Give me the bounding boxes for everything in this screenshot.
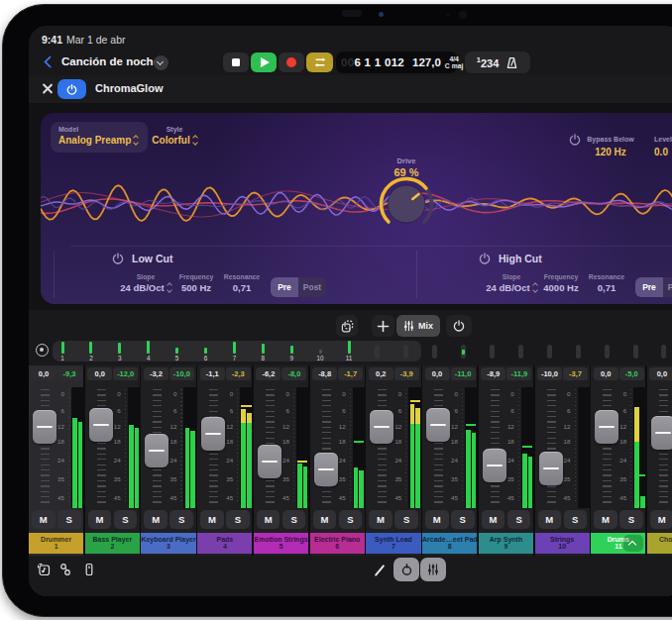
track-name-label[interactable]: Chorus V bbox=[647, 533, 672, 554]
count-in-button[interactable]: 1234 bbox=[465, 52, 530, 73]
volume-fader[interactable] bbox=[314, 453, 338, 486]
close-icon[interactable] bbox=[41, 82, 54, 95]
lowcut-post-button[interactable]: Post bbox=[298, 277, 326, 297]
overview-track-number[interactable]: 7 bbox=[228, 355, 240, 362]
bypass-value[interactable]: 120 Hz bbox=[583, 147, 638, 157]
monitor-icon[interactable] bbox=[36, 344, 49, 357]
solo-button[interactable]: S bbox=[394, 510, 418, 529]
pan-value[interactable]: 0,0 bbox=[594, 367, 618, 380]
level-value[interactable]: -8,0 bbox=[281, 367, 306, 380]
pan-value[interactable]: -3,2 bbox=[144, 367, 168, 380]
mute-button[interactable]: M bbox=[369, 510, 392, 529]
volume-fader[interactable] bbox=[370, 410, 393, 444]
solo-button[interactable]: S bbox=[282, 510, 306, 529]
paste-settings-button[interactable] bbox=[336, 315, 358, 337]
volume-fader[interactable] bbox=[483, 449, 506, 482]
controls-view-button[interactable] bbox=[393, 558, 419, 581]
overview-track-number[interactable]: 10 bbox=[314, 355, 326, 362]
loop-browser-icon[interactable] bbox=[37, 563, 51, 576]
level-value[interactable]: -2,3 bbox=[226, 367, 251, 380]
plugin-strip-icon[interactable] bbox=[82, 563, 96, 576]
overview-slot[interactable] bbox=[605, 345, 610, 359]
pan-value[interactable]: -1,1 bbox=[200, 367, 225, 380]
overview-slot[interactable] bbox=[432, 345, 437, 359]
track-name-label[interactable]: Keyboard Player3 bbox=[141, 533, 195, 554]
overview-slot[interactable] bbox=[375, 345, 380, 359]
mute-button[interactable]: M bbox=[482, 510, 505, 529]
mute-button[interactable]: M bbox=[538, 510, 562, 529]
overview-track-number[interactable]: 8 bbox=[257, 355, 269, 362]
track-name-label[interactable]: Arp Synth9 bbox=[479, 533, 533, 554]
overview-track-number[interactable]: 4 bbox=[143, 355, 155, 362]
lowcut-power-icon[interactable] bbox=[112, 253, 124, 264]
highcut-post-button[interactable]: Post bbox=[663, 277, 672, 297]
bypass-power-icon[interactable] bbox=[569, 134, 581, 146]
overview-slot[interactable] bbox=[633, 345, 638, 359]
highcut-power-icon[interactable] bbox=[479, 253, 491, 264]
track-name-label[interactable]: Emotion Strings5 bbox=[254, 533, 308, 554]
pan-value[interactable]: -10,0 bbox=[537, 367, 562, 380]
overview-slot[interactable] bbox=[403, 345, 408, 359]
mute-button[interactable]: M bbox=[144, 510, 168, 529]
volume-fader[interactable] bbox=[201, 417, 225, 451]
solo-button[interactable]: S bbox=[451, 510, 475, 529]
overview-slot[interactable] bbox=[661, 345, 666, 359]
volume-fader[interactable] bbox=[89, 408, 113, 442]
mute-button[interactable]: M bbox=[200, 510, 224, 529]
cycle-button[interactable] bbox=[306, 52, 333, 72]
mute-button[interactable]: M bbox=[594, 510, 617, 529]
highcut-res-value[interactable]: 0,71 bbox=[575, 282, 638, 293]
volume-fader[interactable] bbox=[145, 434, 168, 467]
level-value[interactable]: -3,9 bbox=[394, 367, 419, 380]
track-name-label[interactable]: Synth Lead7 bbox=[366, 533, 420, 554]
overview-track-number[interactable]: 1 bbox=[56, 355, 68, 362]
solo-button[interactable]: S bbox=[564, 510, 588, 529]
level-value[interactable]: -12,0 bbox=[113, 367, 138, 380]
solo-button[interactable]: S bbox=[507, 510, 531, 529]
stop-button[interactable] bbox=[223, 52, 249, 72]
pan-value[interactable]: -8,8 bbox=[312, 367, 337, 380]
title-dropdown-button[interactable] bbox=[154, 55, 168, 70]
lowcut-res-value[interactable]: 0,71 bbox=[210, 282, 274, 293]
pan-value[interactable]: 0,0 bbox=[425, 367, 450, 380]
drive-knob[interactable] bbox=[377, 174, 436, 234]
overview-track-number[interactable]: 9 bbox=[285, 355, 297, 362]
level-value[interactable]: -11,0 bbox=[451, 367, 476, 380]
overview-track-number[interactable]: 11 bbox=[343, 355, 355, 362]
solo-button[interactable]: S bbox=[339, 510, 363, 529]
track-name-label[interactable]: Arcade…eet Pad8 bbox=[422, 533, 477, 554]
pan-value[interactable]: 0,0 bbox=[32, 367, 56, 380]
level-value[interactable]: -10,0 bbox=[169, 367, 194, 380]
mute-button[interactable]: M bbox=[313, 510, 337, 529]
mute-button[interactable]: M bbox=[257, 510, 280, 529]
level-value[interactable]: -1,7 bbox=[338, 367, 363, 380]
volume-fader[interactable] bbox=[651, 416, 672, 450]
overview-slot[interactable] bbox=[576, 345, 581, 359]
pan-value[interactable]: 0,0 bbox=[649, 367, 672, 380]
lcd-display[interactable]: 00 6 1 1 012 127,0 4/4 C maj In Out MIDI bbox=[336, 52, 457, 73]
add-track-button[interactable] bbox=[372, 315, 394, 337]
record-button[interactable] bbox=[279, 52, 304, 72]
pan-value[interactable]: -6,2 bbox=[256, 367, 280, 380]
overview-track-number[interactable]: 6 bbox=[200, 355, 212, 362]
mute-button[interactable]: M bbox=[650, 510, 672, 529]
overview-slot[interactable] bbox=[518, 345, 523, 359]
solo-button[interactable]: S bbox=[226, 510, 250, 529]
volume-fader[interactable] bbox=[539, 452, 563, 485]
lowcut-pre-button[interactable]: Pre bbox=[271, 277, 298, 297]
overview-slot[interactable] bbox=[547, 345, 552, 359]
level-value[interactable]: -11,9 bbox=[506, 367, 531, 380]
project-title[interactable]: Canción de noche bbox=[61, 55, 160, 67]
volume-fader[interactable] bbox=[33, 410, 56, 444]
solo-button[interactable]: S bbox=[169, 510, 193, 529]
overview-track-number[interactable]: 2 bbox=[85, 355, 97, 362]
volume-fader[interactable] bbox=[595, 410, 618, 444]
play-button[interactable] bbox=[251, 52, 277, 72]
level-value[interactable]: 0.0 bbox=[641, 147, 672, 157]
volume-fader[interactable] bbox=[426, 408, 450, 442]
overview-track-number[interactable]: 3 bbox=[114, 355, 126, 362]
pan-value[interactable]: 0,2 bbox=[369, 367, 393, 380]
volume-fader[interactable] bbox=[258, 445, 281, 478]
mute-button[interactable]: M bbox=[425, 510, 449, 529]
highcut-pre-button[interactable]: Pre bbox=[635, 277, 663, 297]
